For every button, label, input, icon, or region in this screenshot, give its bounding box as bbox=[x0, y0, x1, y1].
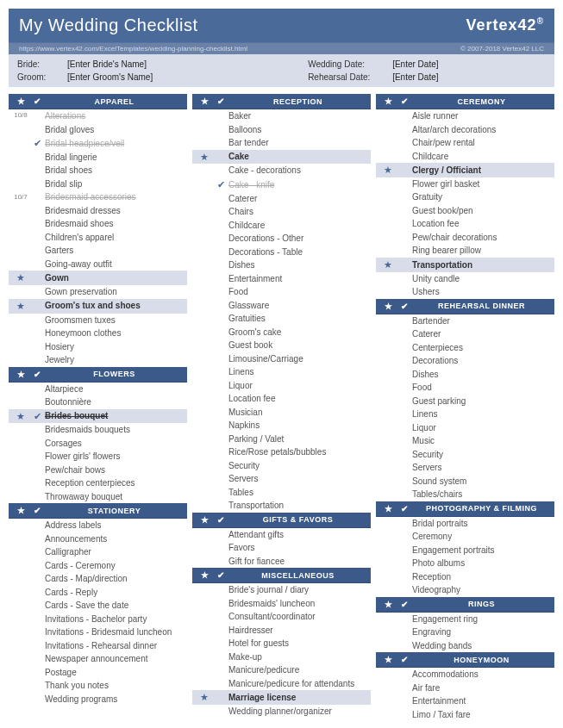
checklist-item[interactable]: ★Clergy / Officiant bbox=[376, 163, 554, 177]
checklist-item[interactable]: Childcare bbox=[192, 219, 371, 233]
checklist-item[interactable]: Cards - Reply bbox=[9, 586, 187, 600]
checklist-item[interactable]: Gratuity bbox=[376, 190, 554, 204]
checklist-item[interactable]: 10/8Alterations bbox=[9, 109, 187, 123]
checklist-item[interactable]: Servers bbox=[192, 472, 371, 486]
bride-field[interactable]: [Enter Bride's Name] bbox=[67, 59, 147, 69]
checklist-item[interactable]: Location fee bbox=[192, 392, 371, 406]
checklist-item[interactable]: Groom's cake bbox=[192, 326, 371, 339]
checklist-item[interactable]: Wedding planner/organizer bbox=[192, 705, 371, 719]
checklist-item[interactable]: Garters bbox=[9, 244, 187, 258]
checklist-item[interactable]: Guest book/pen bbox=[376, 204, 554, 218]
checklist-item[interactable]: Dishes bbox=[376, 368, 554, 382]
priority-cell[interactable]: ★ bbox=[196, 691, 213, 704]
checklist-item[interactable]: Linens bbox=[192, 365, 371, 379]
checklist-item[interactable]: Calligrapher bbox=[9, 545, 187, 559]
checklist-item[interactable]: Cake - decorations bbox=[192, 164, 371, 177]
checklist-item[interactable]: Chairs bbox=[192, 205, 371, 219]
priority-cell[interactable]: 10/8 bbox=[12, 111, 29, 121]
wedding-date-field[interactable]: [Enter Date] bbox=[392, 59, 438, 69]
checklist-item[interactable]: Manicure/pedicure bbox=[192, 663, 371, 677]
checklist-item[interactable]: Altarpiece bbox=[9, 383, 187, 396]
checklist-item[interactable]: Parking / Valet bbox=[192, 432, 371, 446]
checklist-item[interactable]: Pew/chair decorations bbox=[376, 231, 554, 245]
checklist-item[interactable]: Linens bbox=[376, 408, 554, 421]
checklist-item[interactable]: Centerpieces bbox=[376, 341, 554, 355]
checklist-item[interactable]: Caterer bbox=[192, 192, 371, 206]
checklist-item[interactable]: Ring bearer pillow bbox=[376, 244, 554, 258]
done-cell[interactable]: ✔ bbox=[29, 137, 45, 150]
checklist-item[interactable]: Food bbox=[192, 285, 371, 299]
checklist-item[interactable]: Newspaper announcement bbox=[9, 652, 187, 666]
checklist-item[interactable]: Air fare bbox=[376, 681, 554, 695]
checklist-item[interactable]: Throwaway bouquet bbox=[9, 490, 187, 504]
checklist-item[interactable]: Bridesmaid dresses bbox=[9, 204, 187, 218]
checklist-item[interactable]: Make-up bbox=[192, 650, 371, 664]
checklist-item[interactable]: Ushers bbox=[376, 285, 554, 299]
checklist-item[interactable]: Music bbox=[376, 434, 554, 448]
done-cell[interactable]: ✔ bbox=[29, 410, 45, 423]
checklist-item[interactable]: Bridal portraits bbox=[376, 517, 554, 531]
checklist-item[interactable]: Bridesmaids bouquets bbox=[9, 423, 187, 437]
checklist-item[interactable]: Cards - Ceremony bbox=[9, 559, 187, 573]
checklist-item[interactable]: Postage bbox=[9, 666, 187, 680]
checklist-item[interactable]: ★Marriage license bbox=[192, 690, 371, 705]
checklist-item[interactable]: Hosiery bbox=[9, 340, 187, 354]
checklist-item[interactable]: Hotel for guests bbox=[192, 637, 371, 650]
priority-cell[interactable]: ★ bbox=[12, 300, 29, 313]
checklist-item[interactable]: Tables/chairs bbox=[376, 488, 554, 501]
checklist-item[interactable]: Invitations - Bridesmaid luncheon bbox=[9, 625, 187, 639]
checklist-item[interactable]: Bridal slip bbox=[9, 177, 187, 191]
checklist-item[interactable]: Boutonnière bbox=[9, 395, 187, 409]
checklist-item[interactable]: ★Groom's tux and shoes bbox=[9, 299, 187, 314]
checklist-item[interactable]: Guest parking bbox=[376, 395, 554, 408]
checklist-item[interactable]: Aisle runner bbox=[376, 109, 554, 123]
checklist-item[interactable]: Videography bbox=[376, 583, 554, 597]
checklist-item[interactable]: ★Cake bbox=[192, 150, 371, 165]
checklist-item[interactable]: Balloons bbox=[192, 123, 371, 137]
checklist-item[interactable]: ✔Bridal headpiece/veil bbox=[9, 136, 187, 151]
checklist-item[interactable]: Flower girl basket bbox=[376, 177, 554, 191]
checklist-item[interactable]: Dishes bbox=[192, 258, 371, 272]
checklist-item[interactable]: Bar tender bbox=[192, 136, 371, 150]
checklist-item[interactable]: Engraving bbox=[376, 625, 554, 639]
checklist-item[interactable]: Honeymoon clothes bbox=[9, 327, 187, 340]
checklist-item[interactable]: Unity candle bbox=[376, 272, 554, 286]
checklist-item[interactable]: Invitations - Bachelor party bbox=[9, 613, 187, 626]
priority-cell[interactable]: ★ bbox=[12, 410, 29, 423]
checklist-item[interactable]: Cards - Map/direction bbox=[9, 572, 187, 586]
checklist-item[interactable]: Sound system bbox=[376, 475, 554, 488]
checklist-item[interactable]: Limo / Taxi fare bbox=[376, 708, 554, 722]
checklist-item[interactable]: Pew/chair bows bbox=[9, 464, 187, 477]
checklist-item[interactable]: Location fee bbox=[376, 217, 554, 231]
done-cell[interactable]: ✔ bbox=[213, 178, 228, 191]
checklist-item[interactable]: Gratuities bbox=[192, 312, 371, 326]
checklist-item[interactable]: Hairdresser bbox=[192, 624, 371, 638]
priority-cell[interactable]: ★ bbox=[379, 164, 397, 177]
checklist-item[interactable]: Photo albums bbox=[376, 557, 554, 570]
checklist-item[interactable]: Napkins bbox=[192, 419, 371, 432]
priority-cell[interactable]: ★ bbox=[196, 151, 213, 164]
checklist-item[interactable]: Rice/Rose petals/bubbles bbox=[192, 445, 371, 459]
checklist-item[interactable]: Bartender bbox=[376, 314, 554, 328]
checklist-item[interactable]: Consultant/coordinator bbox=[192, 610, 371, 624]
checklist-item[interactable]: Attendant gifts bbox=[192, 528, 371, 542]
checklist-item[interactable]: Reception centerpieces bbox=[9, 476, 187, 490]
checklist-item[interactable]: Limousine/Carriage bbox=[192, 352, 371, 366]
checklist-item[interactable]: Baker bbox=[192, 109, 371, 123]
checklist-item[interactable]: Altar/arch decorations bbox=[376, 123, 554, 137]
checklist-item[interactable]: Entertainment bbox=[376, 694, 554, 708]
checklist-item[interactable]: Gown preservation bbox=[9, 285, 187, 299]
checklist-item[interactable]: Bridal shoes bbox=[9, 164, 187, 177]
checklist-item[interactable]: Liquor bbox=[376, 421, 554, 435]
checklist-item[interactable]: Ceremony bbox=[376, 530, 554, 544]
checklist-item[interactable]: Wedding programs bbox=[9, 693, 187, 706]
priority-cell[interactable]: ★ bbox=[12, 271, 29, 284]
checklist-item[interactable]: Flower girls' flowers bbox=[9, 450, 187, 464]
checklist-item[interactable]: Announcements bbox=[9, 532, 187, 546]
checklist-item[interactable]: Bridesmaids' luncheon bbox=[192, 597, 371, 611]
priority-cell[interactable]: 10/7 bbox=[12, 193, 29, 202]
checklist-item[interactable]: Chair/pew rental bbox=[376, 136, 554, 150]
checklist-item[interactable]: Servers bbox=[376, 461, 554, 475]
checklist-item[interactable]: Address labels bbox=[9, 519, 187, 532]
checklist-item[interactable]: Engagement ring bbox=[376, 613, 554, 626]
